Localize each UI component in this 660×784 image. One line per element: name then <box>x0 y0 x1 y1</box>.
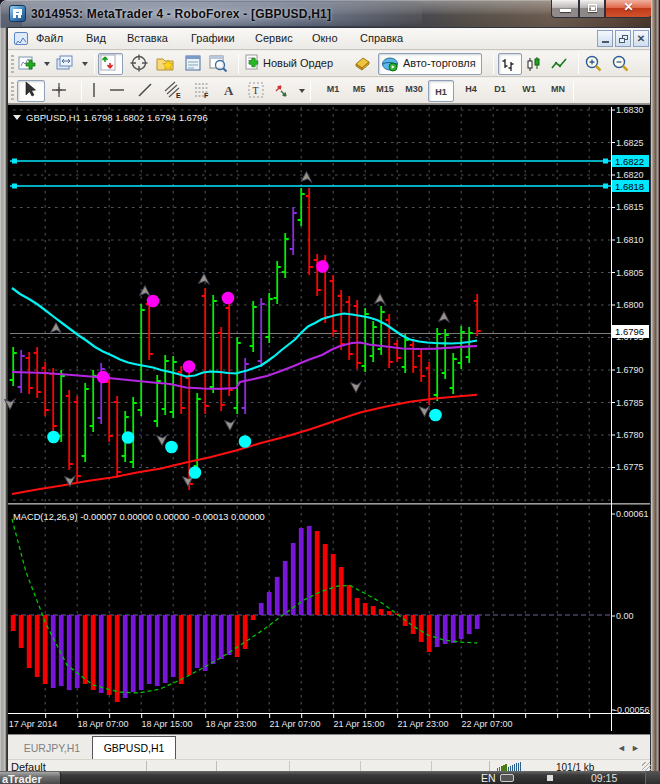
svg-text:18 Apr 23:00: 18 Apr 23:00 <box>205 719 256 729</box>
svg-text:1.6800: 1.6800 <box>616 300 644 310</box>
svg-text:MACD(12,26,9) -0.00007 0.00000: MACD(12,26,9) -0.00007 0.00000 0.00000 -… <box>13 512 265 522</box>
svg-text:1.6775: 1.6775 <box>616 462 644 472</box>
svg-text:1.6780: 1.6780 <box>616 430 644 440</box>
svg-text:0.00: 0.00 <box>616 611 634 621</box>
svg-text:18 Apr 07:00: 18 Apr 07:00 <box>77 719 128 729</box>
svg-text:17 Apr 2014: 17 Apr 2014 <box>9 719 58 729</box>
svg-text:1.6785: 1.6785 <box>616 398 644 408</box>
svg-text:1.6796: 1.6796 <box>615 326 644 337</box>
svg-text:1.6810: 1.6810 <box>616 235 644 245</box>
svg-text:1.6805: 1.6805 <box>616 268 644 278</box>
svg-text:1.6790: 1.6790 <box>616 365 644 375</box>
svg-text:0.00061: 0.00061 <box>616 509 649 519</box>
svg-text:GBPUSD,H1 1.6798 1.6802 1.679: GBPUSD,H1 1.6798 1.6802 1.6794 1.6796 <box>26 112 208 123</box>
svg-text:21 Apr 07:00: 21 Apr 07:00 <box>269 719 320 729</box>
svg-text:22 Apr 07:00: 22 Apr 07:00 <box>461 719 512 729</box>
svg-text:1.6822: 1.6822 <box>615 156 644 167</box>
svg-text:21 Apr 23:00: 21 Apr 23:00 <box>397 719 448 729</box>
svg-text:1.6818: 1.6818 <box>615 181 644 192</box>
svg-text:1.6820: 1.6820 <box>616 170 644 180</box>
svg-text:18 Apr 15:00: 18 Apr 15:00 <box>141 719 192 729</box>
svg-text:1.6825: 1.6825 <box>616 138 644 148</box>
svg-text:-0.00056: -0.00056 <box>614 705 650 715</box>
svg-text:1.6815: 1.6815 <box>616 202 644 212</box>
svg-text:21 Apr 15:00: 21 Apr 15:00 <box>333 719 384 729</box>
svg-text:1.6830: 1.6830 <box>616 105 644 115</box>
